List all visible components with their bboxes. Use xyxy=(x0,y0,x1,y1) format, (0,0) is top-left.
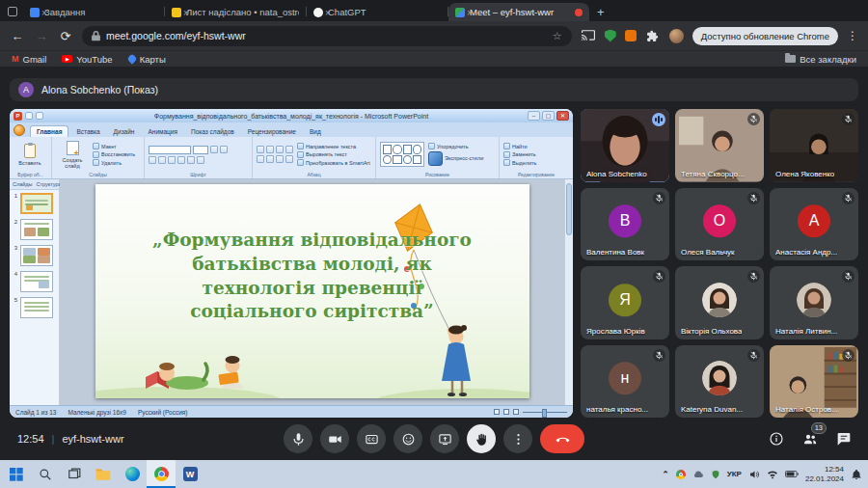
ribbon-tab-slideshow[interactable]: Показ слайдов xyxy=(185,126,240,137)
ribbon-tab-animation[interactable]: Анимация xyxy=(142,126,183,137)
screenshare-powerpoint[interactable]: P Формування_відповідального_батьківства… xyxy=(10,109,573,418)
back-button[interactable]: ← xyxy=(10,29,25,43)
edge-button[interactable] xyxy=(118,460,147,488)
slide-thumbnail-1[interactable]: 1 xyxy=(10,190,59,216)
tab-tasks[interactable]: Завдання × xyxy=(23,3,164,21)
participant-tile-yaroslava[interactable]: Я Ярослава Юрків xyxy=(581,266,669,339)
volume-icon[interactable] xyxy=(748,469,760,480)
cast-icon[interactable] xyxy=(581,28,596,43)
panel-tab-outline[interactable]: Структура xyxy=(36,181,61,187)
tab-mail[interactable]: Лист надіслано • nata_ostrovsk × xyxy=(165,3,306,21)
arrange-button[interactable]: Упорядочить xyxy=(428,143,483,149)
normal-view-button[interactable] xyxy=(494,409,500,415)
notifications-icon[interactable] xyxy=(851,469,862,480)
all-bookmarks-button[interactable]: Все закладки xyxy=(785,54,856,65)
search-button[interactable] xyxy=(31,460,60,488)
participant-tile-kateryna[interactable]: Kateryna Duvan... xyxy=(675,345,764,419)
participant-tile-olena[interactable]: Олена Яковенко xyxy=(770,109,858,182)
word-button[interactable]: W xyxy=(176,460,204,488)
maximize-button[interactable]: ▢ xyxy=(542,111,555,121)
font-size-box[interactable] xyxy=(193,146,208,154)
bookmark-star-icon[interactable]: ☆ xyxy=(553,30,562,42)
shadow-button[interactable] xyxy=(177,156,185,164)
italic-button[interactable] xyxy=(158,156,166,164)
bullets-button[interactable] xyxy=(257,146,264,153)
adblock-extension-icon[interactable] xyxy=(605,30,616,42)
close-tab-icon[interactable]: × xyxy=(41,7,48,17)
bookmark-youtube[interactable]: ▶ YouTube xyxy=(62,54,112,65)
chrome-button-active[interactable] xyxy=(147,460,176,488)
tab-meet-active[interactable]: Meet – eyf-hswt-wwr × xyxy=(448,3,589,21)
close-tab-icon[interactable]: × xyxy=(324,7,332,17)
grow-font-button[interactable] xyxy=(210,146,218,153)
ribbon-tab-review[interactable]: Рецензирование xyxy=(242,126,302,137)
language-indicator[interactable]: УКР xyxy=(727,470,742,478)
tab-chatgpt[interactable]: ChatGPT × xyxy=(307,3,448,21)
raise-hand-button[interactable] xyxy=(467,424,496,453)
extension-icon[interactable] xyxy=(625,30,637,41)
close-tab-icon[interactable]: × xyxy=(466,7,474,17)
paste-button[interactable]: Вставить xyxy=(14,144,46,166)
slide-thumbnail-4[interactable]: 4 xyxy=(10,268,59,294)
participant-tile-tetiana[interactable]: Тетяна Скворцо... xyxy=(675,109,764,182)
bookmark-gmail[interactable]: M Gmail xyxy=(12,54,46,65)
reset-button[interactable]: Восстановить xyxy=(93,151,135,158)
sorter-view-button[interactable] xyxy=(503,409,509,415)
ribbon-tab-view[interactable]: Вид xyxy=(304,126,327,137)
find-button[interactable]: Найти xyxy=(503,143,536,149)
battery-icon[interactable] xyxy=(785,470,799,478)
char-spacing-button[interactable] xyxy=(187,156,195,164)
align-center-button[interactable] xyxy=(266,155,274,163)
slideshow-view-button[interactable] xyxy=(513,409,519,415)
smartart-button[interactable]: Преобразовать в SmartArt xyxy=(297,159,370,166)
text-direction-button[interactable]: Направление текста xyxy=(297,143,370,149)
more-options-button[interactable] xyxy=(503,424,532,453)
ribbon-tab-design[interactable]: Дизайн xyxy=(108,126,141,137)
bold-button[interactable] xyxy=(149,156,156,164)
close-button[interactable]: ✕ xyxy=(556,111,569,121)
line-spacing-button[interactable] xyxy=(285,146,293,153)
slide-thumbnail-3[interactable]: 3 xyxy=(10,242,59,268)
undo-icon[interactable] xyxy=(36,112,43,120)
participant-tile-viktoriia[interactable]: Вікторія Ольхова xyxy=(675,266,764,339)
reload-button[interactable]: ⟳ xyxy=(58,29,73,43)
slide-thumbnail-5[interactable]: 5 xyxy=(10,294,59,320)
tray-expand-icon[interactable]: ⌃ xyxy=(662,470,669,479)
save-icon[interactable] xyxy=(25,112,33,120)
delete-slide-button[interactable]: Удалить xyxy=(93,159,135,166)
tray-clock[interactable]: 12:54 22.01.2024 xyxy=(805,465,844,483)
microphone-button[interactable] xyxy=(284,424,312,453)
replace-button[interactable]: Заменить xyxy=(503,151,536,158)
vertical-scrollbar[interactable] xyxy=(564,179,573,405)
new-tab-button[interactable]: + xyxy=(597,6,605,18)
defender-shield-icon[interactable] xyxy=(711,469,720,480)
align-text-button[interactable]: Выровнять текст xyxy=(297,151,370,158)
captions-button[interactable] xyxy=(357,424,386,453)
shapes-gallery[interactable] xyxy=(380,142,424,167)
forward-button[interactable]: → xyxy=(34,29,49,43)
meeting-details-button[interactable] xyxy=(768,430,785,447)
panel-tab-slides[interactable]: Слайды xyxy=(13,181,32,187)
font-name-box[interactable] xyxy=(149,146,191,154)
onedrive-cloud-icon[interactable] xyxy=(692,470,704,478)
participant-tile-natalia-krasno[interactable]: н наталья красно... xyxy=(581,345,669,419)
network-icon[interactable] xyxy=(767,469,778,480)
close-tab-icon[interactable]: × xyxy=(182,7,190,17)
indent-button[interactable] xyxy=(276,146,284,153)
quick-styles-button[interactable]: Экспресс-стили xyxy=(428,151,483,166)
participant-tile-valentyna[interactable]: В Валентина Вовк xyxy=(581,188,669,261)
start-button[interactable] xyxy=(2,460,31,488)
underline-button[interactable] xyxy=(168,156,176,164)
participant-tile-olesia[interactable]: О Олеся Вальчук xyxy=(675,188,764,261)
participant-tile-anastasiia[interactable]: А Анастасія Андр... xyxy=(770,188,858,261)
url-bar[interactable]: meet.google.com/eyf-hswt-wwr ☆ xyxy=(82,26,572,46)
browser-menu-icon[interactable]: ⋮ xyxy=(847,29,858,42)
file-explorer-button[interactable] xyxy=(89,460,118,488)
participant-tile-nataliia-lytvyn[interactable]: Наталія Литвин... xyxy=(770,266,858,339)
people-panel-button[interactable]: 13 xyxy=(801,430,819,447)
office-button[interactable] xyxy=(14,124,25,136)
camera-button[interactable] xyxy=(320,424,349,453)
chrome-update-chip[interactable]: Доступно обновление Chrome xyxy=(692,27,838,45)
task-view-button[interactable] xyxy=(60,460,89,488)
profile-avatar[interactable] xyxy=(669,29,684,43)
